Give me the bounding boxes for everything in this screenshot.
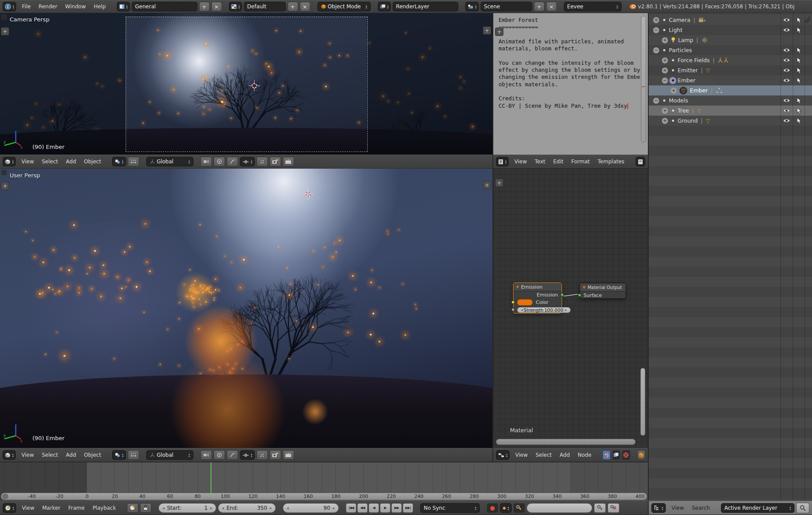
insert-keyframe-button[interactable] [594, 503, 606, 513]
visibility-eye-icon[interactable] [781, 18, 792, 22]
viewport1-pivot-dropdown[interactable]: ▴▾ [240, 157, 255, 166]
active-object-icon[interactable] [637, 450, 645, 460]
text-properties-pulltab[interactable]: + [495, 28, 503, 36]
editor-corner-widget[interactable] [1, 14, 7, 20]
text-editor[interactable]: Ember Forest============ Animated file w… [492, 13, 648, 155]
viewport1-menu-select[interactable]: Select [38, 158, 62, 166]
viewport2-menu-object[interactable]: Object [80, 451, 105, 459]
layout-icon-button[interactable]: ▴▾ [229, 2, 242, 11]
color-input-socket[interactable] [511, 300, 515, 304]
outliner-editor-type-button[interactable]: ▴▾ [651, 503, 666, 513]
shader-node-editor[interactable]: ▼ Emission Emission Color ◂ Strength100.… [492, 169, 648, 448]
topbar-menu-help[interactable]: Help [90, 3, 109, 11]
viewport-user[interactable]: User Persp (90) Ember yx + + [0, 169, 492, 448]
text-menu-edit[interactable]: Edit [549, 158, 567, 166]
outliner-display-mode-dropdown[interactable]: Active Render Layer ▴▾ [721, 503, 794, 513]
selectable-cursor-icon[interactable] [793, 97, 805, 104]
collapse-icon[interactable]: ▼ [516, 285, 519, 289]
text-datablock-button[interactable] [636, 157, 645, 166]
current-frame-field[interactable]: ◂ 90▸ [283, 503, 339, 513]
jump-to-start-button[interactable]: |◀◀ [346, 503, 356, 513]
scene-icon-button[interactable]: ▴▾ [465, 2, 479, 11]
preview-range-toggle[interactable] [127, 503, 138, 513]
outliner-row-camera[interactable]: +Camera| [649, 15, 812, 25]
viewport2-pivot-dropdown[interactable]: ▴▾ [240, 450, 255, 460]
timeline-menu-view[interactable]: View [18, 504, 38, 512]
add-scene-button[interactable]: + [534, 2, 545, 11]
render-animation-button[interactable] [283, 450, 294, 460]
toolbar-pulltab[interactable]: + [1, 27, 9, 35]
viewport-camera[interactable]: Camera Persp (90) Ember yx + + [0, 13, 492, 155]
add-workspace-button[interactable]: + [199, 2, 210, 11]
text-menu-format[interactable]: Format [567, 158, 594, 166]
topbar-menu-window[interactable]: Window [61, 3, 90, 11]
render-engine-dropdown[interactable]: Eevee ▴▾ [564, 2, 622, 11]
delete-keyframe-button[interactable] [608, 503, 619, 513]
shader-type-world-toggle[interactable] [612, 450, 620, 460]
selectable-cursor-icon[interactable] [793, 47, 805, 54]
app-menu-button[interactable]: ▴▾ [3, 2, 16, 11]
snap-toggle[interactable] [257, 157, 268, 166]
jump-to-end-button[interactable]: ▶▶| [403, 503, 413, 513]
expand-toggle-icon[interactable]: + [662, 118, 668, 124]
selectable-cursor-icon[interactable] [793, 67, 805, 74]
outliner-row-ember-data[interactable]: +▽Ember| [649, 85, 812, 95]
emission-output-socket[interactable] [560, 293, 564, 296]
workspace-name-field[interactable]: General [132, 2, 197, 11]
sync-mode-dropdown[interactable]: No Sync ▴▾ [420, 503, 480, 513]
lock-toggle[interactable] [140, 503, 151, 513]
expand-toggle-icon[interactable]: + [671, 88, 677, 94]
viewport1-mode-widget[interactable]: ▴▾ [112, 157, 126, 166]
render-image-button[interactable] [270, 450, 281, 460]
proportional-edit-toggle[interactable] [214, 450, 225, 460]
proportional-falloff-button[interactable] [227, 157, 238, 166]
text-menu-view[interactable]: View [510, 158, 531, 166]
visibility-eye-icon[interactable] [781, 108, 792, 113]
expand-toggle-icon[interactable]: + [662, 108, 668, 114]
expand-toggle-icon[interactable]: − [653, 47, 659, 53]
outliner-row-models[interactable]: −Models [649, 95, 812, 106]
viewport2-mode-widget[interactable]: ▴▾ [112, 450, 126, 460]
viewport1-editor-type-button[interactable]: ▴▾ [3, 157, 16, 166]
editor-corner-widget[interactable] [1, 170, 7, 175]
viewport1-orientation-dropdown[interactable]: Global▴▾ [146, 157, 193, 166]
timeline-menu-playback[interactable]: Playback [88, 504, 120, 512]
timeline-playhead[interactable] [211, 462, 211, 494]
text-menu-text[interactable]: Text [531, 158, 549, 166]
visibility-eye-icon[interactable] [781, 98, 792, 103]
snap-target-button[interactable] [200, 157, 212, 166]
keying-options-dropdown[interactable]: ◆ ▴▾ [500, 503, 512, 513]
scene-name-field[interactable]: Scene [481, 2, 532, 11]
strength-slider[interactable]: ◂ Strength100.000 ▸ [517, 307, 571, 313]
viewport2-editor-type-button[interactable]: ▴▾ [3, 450, 16, 460]
play-button[interactable]: ▶ [380, 503, 390, 513]
keying-set-icon-button[interactable] [513, 503, 525, 513]
collapse-icon[interactable]: ▼ [583, 286, 585, 289]
viewport2-menu-add[interactable]: Add [62, 451, 80, 459]
viewport2-menu-select[interactable]: Select [38, 451, 62, 459]
text-editor-content[interactable]: Ember Forest============ Animated file w… [499, 17, 639, 109]
visibility-eye-icon[interactable] [781, 28, 792, 32]
resize-corner[interactable] [801, 14, 811, 24]
timeline-menu-marker[interactable]: Marker [39, 504, 64, 512]
visibility-eye-icon[interactable] [781, 68, 792, 73]
snap-toggle[interactable] [257, 450, 268, 460]
node-menu-select[interactable]: Select [532, 451, 556, 459]
timeline-editor-type-button[interactable]: ▴▾ [3, 503, 16, 513]
outliner-row-force-fields[interactable]: +Force Fields| [649, 55, 812, 65]
outliner-row-light[interactable]: −Light [649, 25, 812, 35]
timeline[interactable]: -40-200204060801001201401601802002202402… [0, 462, 648, 501]
outliner-search-button[interactable] [796, 503, 809, 513]
renderlayer-icon-button[interactable]: ▴▾ [378, 2, 391, 11]
next-keyframe-button[interactable]: ▶▶ [391, 503, 402, 513]
viewport1-gizmo-toggle[interactable] [128, 157, 139, 166]
material-output-node[interactable]: ▼ Material Output Surface [580, 283, 626, 299]
expand-toggle-icon[interactable]: + [662, 67, 668, 74]
play-reverse-button[interactable]: ◀ [369, 503, 379, 513]
viewport1-menu-view[interactable]: View [18, 158, 38, 166]
viewport2-menu-view[interactable]: View [18, 451, 38, 459]
viewport2-orientation-dropdown[interactable]: Global▴▾ [146, 450, 193, 460]
selectable-cursor-icon[interactable] [793, 27, 805, 34]
expand-toggle-icon[interactable]: − [653, 27, 659, 33]
add-layout-button[interactable]: + [288, 2, 298, 11]
